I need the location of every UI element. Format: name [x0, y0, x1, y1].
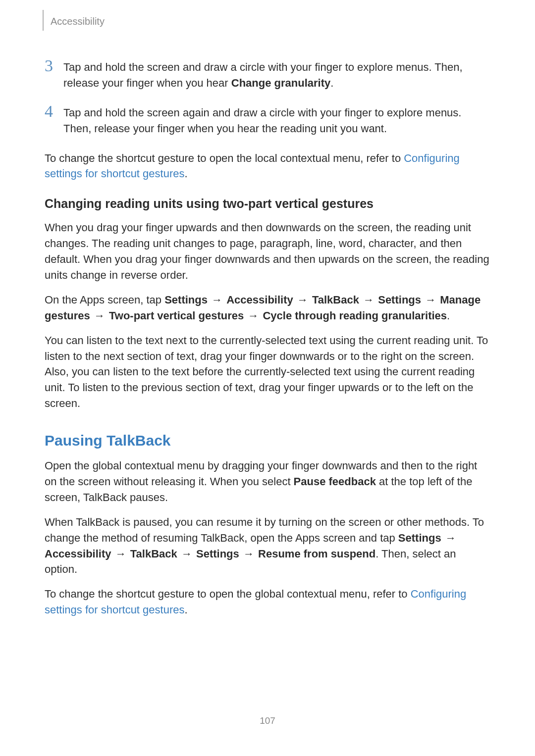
heading-pausing-talkback: Pausing TalkBack [45, 432, 490, 449]
step-text: Tap and hold the screen again and draw a… [63, 105, 490, 137]
step-number: 4 [45, 103, 63, 120]
paragraph-nav-path: On the Apps screen, tap Settings → Acces… [45, 292, 490, 324]
bold-pause-feedback: Pause feedback [294, 475, 376, 488]
header-divider [43, 10, 44, 31]
text: . [184, 167, 187, 180]
step-4: 4 Tap and hold the screen again and draw… [45, 105, 490, 137]
nav-accessibility: Accessibility [226, 294, 293, 306]
nav-settings: Settings [196, 548, 239, 560]
paragraph: To change the shortcut gesture to open t… [45, 586, 490, 618]
nav-talkback: TalkBack [130, 548, 177, 560]
nav-settings: Settings [378, 294, 421, 306]
paragraph-nav-path: When TalkBack is paused, you can resume … [45, 514, 490, 578]
arrow-icon: → [94, 308, 105, 324]
text: . [184, 604, 187, 616]
paragraph: When you drag your finger upwards and th… [45, 220, 490, 283]
paragraph: You can listen to the text next to the c… [45, 333, 490, 411]
nav-cycle-granularities: Cycle through reading granularities [263, 309, 447, 322]
paragraph: To change the shortcut gesture to open t… [45, 151, 490, 182]
arrow-icon: → [181, 546, 192, 562]
text: . [447, 309, 450, 322]
step-text: Tap and hold the screen and draw a circl… [63, 59, 490, 91]
bold-text: Change granularity [231, 77, 330, 89]
nav-talkback: TalkBack [312, 294, 359, 306]
arrow-icon: → [248, 308, 259, 324]
arrow-icon: → [297, 292, 308, 308]
page-header: Accessibility [45, 15, 490, 40]
arrow-icon: → [243, 546, 254, 562]
arrow-icon: → [425, 292, 436, 308]
nav-settings: Settings [164, 294, 208, 306]
text: To change the shortcut gesture to open t… [45, 152, 404, 164]
arrow-icon: → [115, 546, 126, 562]
text: To change the shortcut gesture to open t… [45, 588, 411, 600]
section-name: Accessibility [51, 16, 105, 27]
page-content: Accessibility 3 Tap and hold the screen … [0, 0, 535, 618]
nav-resume-suspend: Resume from suspend [258, 548, 375, 560]
text: . [330, 77, 333, 89]
nav-accessibility: Accessibility [45, 548, 111, 560]
step-number: 3 [45, 57, 63, 74]
arrow-icon: → [363, 292, 374, 308]
nav-settings: Settings [398, 532, 441, 544]
heading-changing-reading-units: Changing reading units using two-part ve… [45, 197, 490, 211]
step-3: 3 Tap and hold the screen and draw a cir… [45, 59, 490, 91]
text: On the Apps screen, tap [45, 294, 164, 306]
nav-two-part-vertical: Two-part vertical gestures [109, 309, 244, 322]
arrow-icon: → [445, 530, 456, 546]
page-number: 107 [0, 715, 535, 726]
paragraph: Open the global contextual menu by dragg… [45, 458, 490, 505]
arrow-icon: → [212, 292, 222, 308]
